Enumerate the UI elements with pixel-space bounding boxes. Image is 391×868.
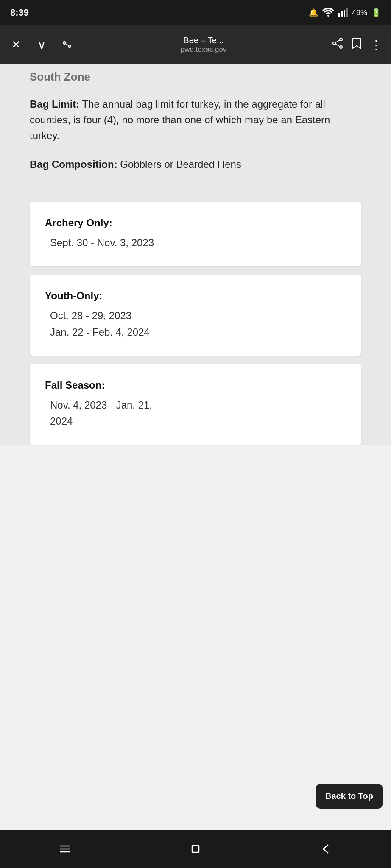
- fall-title: Fall Season:: [45, 379, 346, 391]
- svg-rect-2: [341, 11, 343, 17]
- svg-line-7: [64, 43, 70, 46]
- nav-menu-icon[interactable]: [53, 836, 78, 862]
- status-icons: 🔔 49% 🔋: [309, 7, 381, 19]
- back-to-top-button[interactable]: Back to Top: [316, 784, 383, 809]
- svg-point-9: [333, 42, 335, 45]
- close-button[interactable]: ✕: [8, 36, 25, 53]
- archery-dates: Sept. 30 - Nov. 3, 2023: [45, 235, 346, 251]
- archery-title: Archery Only:: [45, 217, 346, 229]
- page-title: Bee – Te...: [183, 36, 223, 45]
- wifi-icon: [322, 7, 334, 19]
- svg-point-0: [327, 15, 329, 17]
- youth-season-card: Youth-Only: Oct. 28 - 29, 2023 Jan. 22 -…: [30, 275, 361, 356]
- nav-back-icon[interactable]: [313, 836, 338, 862]
- archery-season-card: Archery Only: Sept. 30 - Nov. 3, 2023: [30, 202, 361, 266]
- bag-limit-text: Bag Limit: The annual bag limit for turk…: [30, 96, 361, 144]
- archery-date-1: Sept. 30 - Nov. 3, 2023: [50, 235, 346, 251]
- svg-line-11: [335, 40, 340, 43]
- youth-date-1: Oct. 28 - 29, 2023: [50, 308, 346, 324]
- svg-rect-3: [344, 10, 345, 17]
- fall-season-card: Fall Season: Nov. 4, 2023 - Jan. 21,2024: [30, 364, 361, 445]
- status-time: 8:39: [10, 7, 29, 18]
- more-options-icon[interactable]: ⋮: [370, 37, 383, 52]
- share-icon[interactable]: [332, 37, 344, 52]
- bag-composition-content: Gobblers or Bearded Hens: [120, 159, 241, 170]
- bag-composition-text: Bag Composition: Gobblers or Bearded Hen…: [30, 156, 361, 172]
- bookmark-icon[interactable]: [352, 37, 361, 52]
- battery-level: 49%: [352, 8, 367, 17]
- battery-icon: 🔋: [371, 8, 381, 17]
- address-bar[interactable]: Bee – Te... pwd.texas.gov: [84, 36, 323, 54]
- alarm-icon: 🔔: [309, 8, 318, 17]
- fall-date-1: Nov. 4, 2023 - Jan. 21,2024: [50, 397, 346, 430]
- bag-limit-label: Bag Limit:: [30, 98, 79, 110]
- youth-dates: Oct. 28 - 29, 2023 Jan. 22 - Feb. 4, 202…: [45, 308, 346, 340]
- bag-limit-block: Bag Limit: The annual bag limit for turk…: [30, 88, 361, 193]
- svg-point-10: [340, 46, 342, 48]
- youth-title: Youth-Only:: [45, 290, 346, 302]
- signal-icon: [338, 7, 348, 19]
- bag-composition-label: Bag Composition:: [30, 159, 117, 170]
- nav-home-icon[interactable]: [183, 836, 208, 862]
- browser-actions: ⋮: [332, 37, 383, 52]
- main-content: South Zone Bag Limit: The annual bag lim…: [0, 64, 391, 445]
- status-bar: 8:39 🔔 49% 🔋: [0, 0, 391, 25]
- tabs-button[interactable]: [59, 36, 75, 53]
- svg-line-12: [335, 44, 340, 47]
- page-url: pwd.texas.gov: [181, 45, 227, 54]
- svg-rect-4: [346, 8, 348, 17]
- svg-point-8: [340, 38, 342, 41]
- dropdown-button[interactable]: ∨: [33, 36, 50, 53]
- youth-date-2: Jan. 22 - Feb. 4, 2024: [50, 324, 346, 340]
- browser-bar: ✕ ∨ Bee – Te... pwd.texas.gov ⋮: [0, 25, 391, 64]
- svg-rect-16: [192, 846, 199, 852]
- nav-bar: [0, 830, 391, 868]
- section-header: South Zone: [30, 64, 361, 88]
- fall-dates: Nov. 4, 2023 - Jan. 21,2024: [45, 397, 346, 430]
- svg-rect-1: [338, 13, 340, 17]
